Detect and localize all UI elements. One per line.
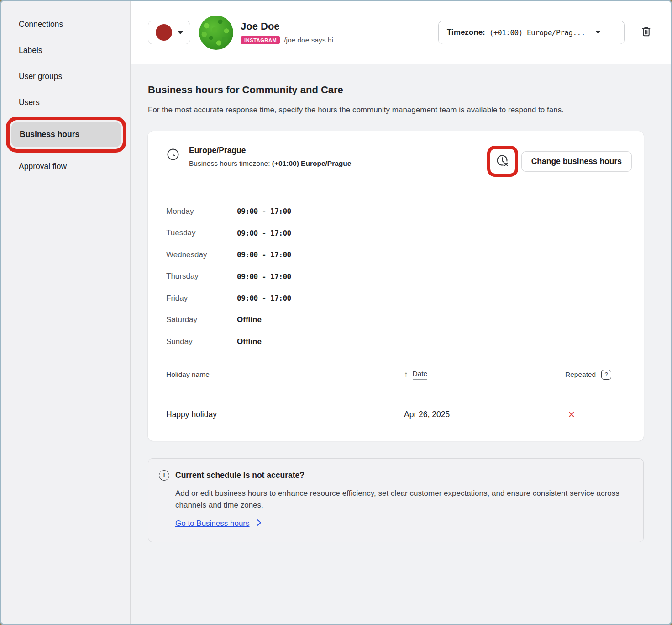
date-column-header[interactable]: Date	[413, 370, 428, 380]
business-hours-page: Business hours for Community and Care Fo…	[131, 64, 671, 542]
sort-ascending-icon[interactable]: ↑	[404, 370, 408, 379]
annotation-highlight-business-hours: Business hours	[6, 117, 126, 153]
sidebar-item-users[interactable]: Users	[1, 90, 130, 116]
chevron-down-icon	[178, 31, 183, 34]
clock-icon	[166, 148, 180, 163]
channel-status-dot	[156, 24, 172, 41]
card-timezone-title: Europe/Prague	[189, 146, 351, 155]
instagram-badge: INSTAGRAM	[241, 36, 280, 44]
schedule-row: Friday 09:00 - 17:00	[166, 287, 625, 309]
trash-icon	[640, 26, 652, 39]
schedule-row: Wednesday 09:00 - 17:00	[166, 244, 625, 266]
schedule-day-label: Monday	[166, 207, 237, 216]
schedule-info-box: i Current schedule is not accurate? Add …	[148, 458, 644, 543]
settings-sidebar: Connections Labels User groups Users Bus…	[1, 1, 131, 624]
holiday-name-cell: Happy holiday	[166, 410, 404, 419]
weekly-schedule: Monday 09:00 - 17:00 Tuesday 09:00 - 17:…	[148, 190, 644, 353]
schedule-hours-value: Offline	[237, 315, 262, 324]
schedule-day-label: Sunday	[166, 337, 237, 346]
holiday-table-row: Happy holiday Apr 26, 2025 ✕	[148, 392, 644, 441]
schedule-row: Sunday Offline	[166, 331, 625, 353]
clock-x-icon	[495, 154, 510, 169]
profile-header: Joe Doe INSTAGRAM /joe.doe.says.hi Timez…	[131, 1, 671, 64]
info-box-description: Add or edit business hours to enhance re…	[175, 487, 631, 512]
holiday-date-cell: Apr 26, 2025	[404, 410, 450, 419]
schedule-row: Thursday 09:00 - 17:00	[166, 266, 625, 288]
profile-identity: Joe Doe INSTAGRAM /joe.doe.says.hi	[241, 21, 333, 44]
chevron-down-icon	[596, 31, 600, 34]
change-business-hours-button[interactable]: Change business hours	[521, 151, 632, 172]
profile-handle: /joe.doe.says.hi	[284, 36, 333, 44]
schedule-hours-value: 09:00 - 17:00	[237, 272, 291, 281]
card-timezone-subtitle-value: (+01:00) Europe/Prague	[272, 159, 352, 167]
holiday-name-column-header[interactable]: Holiday name	[166, 371, 210, 380]
schedule-hours-value: Offline	[237, 337, 262, 346]
holiday-table-header: Holiday name ↑ Date Repeated ?	[148, 370, 644, 380]
profile-avatar	[199, 16, 233, 50]
main-content: Joe Doe INSTAGRAM /joe.doe.says.hi Timez…	[131, 1, 671, 624]
not-repeated-x-icon[interactable]: ✕	[568, 410, 575, 419]
schedule-hours-value: 09:00 - 17:00	[237, 207, 291, 216]
sidebar-item-user-groups[interactable]: User groups	[1, 64, 130, 90]
annotation-highlight-clock-button	[487, 146, 518, 177]
sidebar-item-connections[interactable]: Connections	[1, 11, 130, 37]
schedule-row: Tuesday 09:00 - 17:00	[166, 222, 625, 244]
timezone-dropdown-label: Timezone:	[447, 28, 485, 37]
page-description: For the most accurate response time, spe…	[148, 104, 618, 116]
settings-window: Connections Labels User groups Users Bus…	[0, 0, 672, 625]
schedule-day-label: Thursday	[166, 272, 237, 281]
go-to-business-hours-link[interactable]: Go to Business hours	[175, 519, 250, 528]
schedule-hours-value: 09:00 - 17:00	[237, 250, 291, 259]
help-icon[interactable]: ?	[601, 370, 611, 380]
schedule-row: Saturday Offline	[166, 309, 625, 331]
card-timezone-subtitle: Business hours timezone: (+01:00) Europe…	[189, 159, 351, 168]
delete-connection-button[interactable]	[640, 26, 652, 39]
remove-business-hours-button[interactable]	[493, 151, 513, 171]
profile-name: Joe Doe	[241, 21, 333, 32]
info-icon: i	[159, 470, 169, 481]
timezone-dropdown-value: (+01:00) Europe/Prag...	[489, 28, 585, 37]
repeated-column-header: Repeated	[565, 371, 596, 379]
sidebar-item-business-hours[interactable]: Business hours	[11, 122, 121, 147]
schedule-day-label: Wednesday	[166, 250, 237, 260]
schedule-row: Monday 09:00 - 17:00	[166, 201, 625, 222]
sidebar-item-labels[interactable]: Labels	[1, 37, 130, 64]
info-box-title: Current schedule is not accurate?	[175, 471, 304, 480]
schedule-hours-value: 09:00 - 17:00	[237, 294, 291, 302]
schedule-hours-value: 09:00 - 17:00	[237, 229, 291, 238]
page-title: Business hours for Community and Care	[148, 84, 644, 96]
schedule-day-label: Friday	[166, 294, 237, 303]
timezone-dropdown[interactable]: Timezone: (+01:00) Europe/Prag...	[438, 21, 625, 44]
schedule-day-label: Tuesday	[166, 228, 237, 238]
chevron-right-icon	[256, 519, 262, 528]
schedule-day-label: Saturday	[166, 315, 237, 324]
sidebar-item-approval-flow[interactable]: Approval flow	[1, 154, 130, 180]
business-hours-card: Europe/Prague Business hours timezone: (…	[148, 131, 644, 441]
channel-picker-dropdown[interactable]	[148, 21, 190, 44]
